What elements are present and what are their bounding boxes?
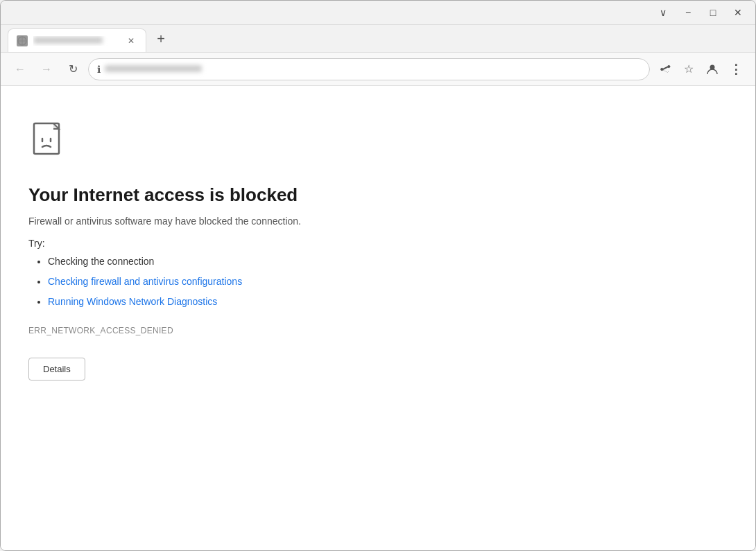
minimize-button[interactable]: −: [678, 4, 698, 21]
error-subtitle: Firewall or antivirus software may have …: [28, 216, 728, 227]
error-code: ERR_NETWORK_ACCESS_DENIED: [28, 326, 728, 335]
menu-icon: ⋮: [730, 62, 742, 77]
menu-button[interactable]: ⋮: [725, 58, 747, 80]
reload-button[interactable]: ↻: [62, 58, 84, 80]
list-item: Running Windows Network Diagnostics: [48, 295, 728, 309]
profile-icon: [706, 63, 719, 76]
address-info-icon: ℹ: [97, 64, 101, 75]
diagnostics-link[interactable]: Running Windows Network Diagnostics: [48, 296, 217, 307]
bookmark-icon: ☆: [684, 62, 694, 76]
list-item: Checking firewall and antivirus configur…: [48, 274, 728, 289]
firewall-link[interactable]: Checking firewall and antivirus configur…: [48, 276, 242, 287]
page-content: Your Internet access is blocked Firewall…: [1, 86, 755, 550]
error-icon-wrapper: [28, 121, 728, 165]
details-button[interactable]: Details: [28, 358, 85, 381]
back-button[interactable]: ←: [9, 58, 31, 80]
tab-title: [33, 36, 119, 46]
sort-button[interactable]: ∨: [653, 4, 673, 21]
error-try-label: Try:: [28, 238, 728, 249]
new-tab-button[interactable]: +: [151, 28, 171, 49]
navbar-actions: ☆ ⋮: [654, 58, 747, 80]
profile-button[interactable]: [701, 58, 723, 80]
navbar: ← → ↻ ℹ ☆ ⋮: [1, 53, 755, 86]
bookmark-button[interactable]: ☆: [678, 58, 700, 80]
address-bar[interactable]: ℹ: [88, 58, 650, 80]
share-button[interactable]: [654, 58, 676, 80]
titlebar: ∨ − □ ✕: [1, 1, 755, 25]
share-icon: [660, 64, 671, 75]
tab-close-button[interactable]: ✕: [125, 35, 137, 47]
error-suggestions-list: Checking the connection Checking firewal…: [28, 254, 728, 309]
browser-window: ∨ − □ ✕ ✕ + ← → ↻ ℹ: [0, 0, 756, 551]
forward-button[interactable]: →: [35, 58, 58, 80]
close-button[interactable]: ✕: [728, 4, 748, 21]
list-item: Checking the connection: [48, 254, 728, 269]
tabbar: ✕ +: [1, 25, 755, 53]
list-item-text: Checking the connection: [48, 256, 154, 267]
error-heading: Your Internet access is blocked: [28, 184, 728, 206]
window-controls: ∨ − □ ✕: [653, 4, 748, 21]
error-page-icon: [28, 121, 70, 162]
maximize-button[interactable]: □: [703, 4, 723, 21]
tab-favicon: [17, 35, 28, 46]
address-text: [105, 64, 641, 74]
browser-tab[interactable]: ✕: [8, 28, 146, 52]
